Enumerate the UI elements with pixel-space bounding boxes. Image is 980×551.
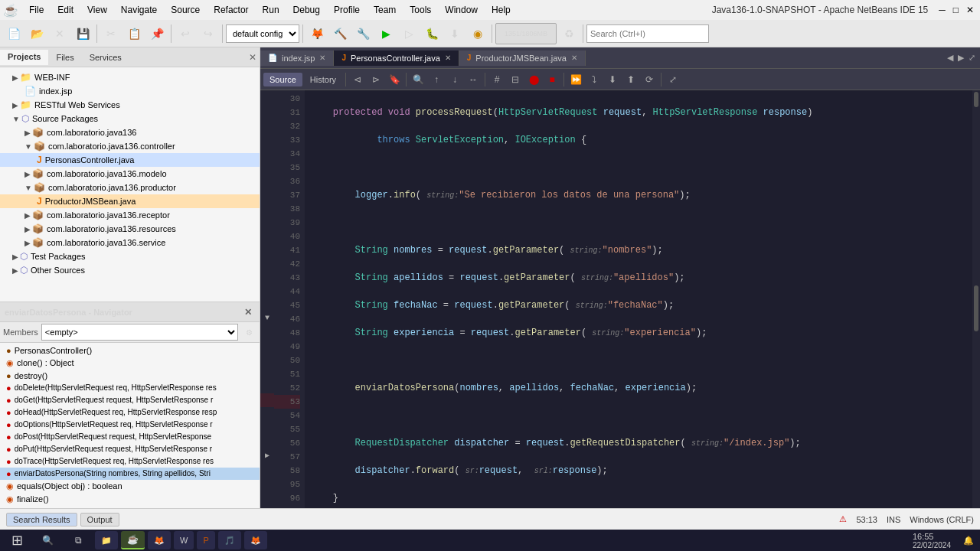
nav-item-dohead[interactable]: ● doHead(HttpServletRequest req, HttpSer… <box>0 406 260 419</box>
editor-tab-personascontroller[interactable]: J PersonasController.java ✕ <box>334 51 459 66</box>
memory-btn[interactable]: 1351/1806MB <box>495 23 557 44</box>
menu-run[interactable]: Run <box>256 3 286 17</box>
history-tab[interactable]: History <box>304 73 342 86</box>
tree-item-productorjmsbean[interactable]: J ProductorJMSBean.java <box>0 194 260 208</box>
run-button[interactable]: ▶ <box>375 23 397 44</box>
fold-marker-33[interactable] <box>260 132 274 145</box>
open-project-button[interactable]: 📂 <box>26 23 47 44</box>
nav-settings-button[interactable]: ⚙ <box>241 324 256 340</box>
run-file-button[interactable]: ▷ <box>398 23 420 44</box>
tree-item-source-packages[interactable]: ▼ ⬡ Source Packages <box>0 112 260 126</box>
find-button[interactable]: 🔍 <box>410 71 426 88</box>
search-button[interactable]: 🔍 <box>34 531 61 549</box>
members-filter-select[interactable]: <empty> <box>41 324 238 341</box>
nav-item-doget[interactable]: ● doGet(HttpServletRequest request, Http… <box>0 394 260 406</box>
tree-item-pkg-receptor[interactable]: ▶ 📦 com.laboratorio.java136.receptor <box>0 208 260 222</box>
nav-item-doput[interactable]: ● doPut(HttpServletRequest request, Http… <box>0 443 260 455</box>
services-tab[interactable]: Services <box>82 51 129 64</box>
files-tab[interactable]: Files <box>48 51 81 64</box>
menu-edit[interactable]: Edit <box>51 3 80 17</box>
redo-button[interactable]: ↪ <box>198 23 219 44</box>
maximize-button[interactable]: □ <box>950 5 962 15</box>
nav-item-dotrace[interactable]: ● doTrace(HttpServletRequest req, HttpSe… <box>0 455 260 468</box>
navigator-close-button[interactable]: ✕ <box>244 307 252 318</box>
menu-navigate[interactable]: Navigate <box>115 3 163 17</box>
editor-tab-productorjmsbean[interactable]: J ProductorJMSBean.java ✕ <box>459 51 586 66</box>
search-results-button[interactable]: Search Results <box>6 513 77 527</box>
tab-maximize[interactable]: ⤢ <box>967 53 977 63</box>
taskbar-firefox[interactable]: 🦊 <box>148 531 171 549</box>
menu-file[interactable]: File <box>23 3 50 17</box>
nav-item-dopost[interactable]: ● doPost(HttpServletRequest request, Htt… <box>0 431 260 443</box>
vertical-scrollbar[interactable] <box>972 90 980 508</box>
task-view-button[interactable]: ⧉ <box>64 531 92 549</box>
profile-button[interactable]: ◉ <box>467 23 488 44</box>
firefox-button[interactable]: 🦊 <box>306 23 328 44</box>
taskbar-app5[interactable]: 🎵 <box>218 531 241 549</box>
editor-tab-indexjsp[interactable]: 📄 index.jsp ✕ <box>260 51 334 66</box>
cut-button[interactable]: ✂ <box>100 23 122 44</box>
gc-button[interactable]: ♻ <box>558 23 580 44</box>
menu-tools[interactable]: Tools <box>403 3 437 17</box>
tree-item-pkg-136[interactable]: ▶ 📦 com.laboratorio.java136 <box>0 126 260 139</box>
menu-profile[interactable]: Profile <box>328 3 366 17</box>
taskbar-app6[interactable]: 🦊 <box>244 531 267 549</box>
menu-window[interactable]: Window <box>439 3 484 17</box>
nav-item-clone[interactable]: ◉ clone() : Object <box>0 357 260 370</box>
save-button[interactable]: 💾 <box>72 23 93 44</box>
taskbar-notifications[interactable]: 🔔 <box>960 536 977 546</box>
nav-item-constructor[interactable]: ● PersonasController() <box>0 344 260 357</box>
nav-item-destroy[interactable]: ● destroy() <box>0 370 260 382</box>
toggle-folds[interactable]: ⊟ <box>507 71 524 88</box>
tree-item-pkg-resources[interactable]: ▶ 📦 com.laboratorio.java136.resources <box>0 222 260 236</box>
nav-item-equals[interactable]: ◉ equals(Object obj) : boolean <box>0 480 260 493</box>
tree-item-pkg-modelo[interactable]: ▶ 📦 com.laboratorio.java136.modelo <box>0 167 260 181</box>
code-area[interactable]: ▼ ▶ 30 31 32 33 <box>260 90 980 508</box>
nav-item-dodelete[interactable]: ● doDelete(HttpServletRequest req, HttpS… <box>0 382 260 394</box>
toggle-bookmark[interactable]: 🔖 <box>386 71 403 88</box>
menu-help[interactable]: Help <box>485 3 517 17</box>
tree-item-pkg-controller[interactable]: ▼ 📦 com.laboratorio.java136.controller <box>0 139 260 153</box>
tab-scroll-right[interactable]: ▶ <box>956 53 965 63</box>
code-text[interactable]: protected void processRequest(HttpServle… <box>305 90 972 508</box>
menu-team[interactable]: Team <box>368 3 402 17</box>
tree-item-test-packages[interactable]: ▶ ⬡ Test Packages <box>0 249 260 263</box>
step-over[interactable]: ⤵ <box>586 71 603 88</box>
config-select[interactable]: default config <box>226 24 299 43</box>
copy-button[interactable]: 📋 <box>123 23 145 44</box>
clean-build-button[interactable]: 🔧 <box>352 23 374 44</box>
step-into[interactable]: ⬇ <box>604 71 621 88</box>
close-project-button[interactable]: ✕ <box>49 23 70 44</box>
find-prev[interactable]: ↑ <box>428 71 445 88</box>
tree-item-other-sources[interactable]: ▶ ⬡ Other Sources <box>0 263 260 277</box>
panel-close-button[interactable]: ✕ <box>249 52 256 63</box>
debug-stop[interactable]: ■ <box>544 71 560 88</box>
search-input[interactable] <box>586 24 709 43</box>
start-button[interactable]: ⊞ <box>3 531 31 549</box>
undo-button[interactable]: ↩ <box>175 23 196 44</box>
replace-button[interactable]: ↔ <box>465 71 482 88</box>
run-to-cursor[interactable]: ⏩ <box>567 71 584 88</box>
debug-breakpoint[interactable]: ⬤ <box>525 71 542 88</box>
projects-tab[interactable]: Projects <box>0 50 48 65</box>
paste-button[interactable]: 📌 <box>146 23 168 44</box>
debug-project-button[interactable]: ⬇ <box>444 23 466 44</box>
step-out[interactable]: ⬆ <box>622 71 639 88</box>
menu-debug[interactable]: Debug <box>287 3 326 17</box>
tab-close-indexjsp[interactable]: ✕ <box>319 54 325 62</box>
taskbar-word[interactable]: W <box>174 531 194 549</box>
find-next[interactable]: ↓ <box>446 71 463 88</box>
toggle-linenumbers[interactable]: # <box>488 71 505 88</box>
menu-source[interactable]: Source <box>165 3 206 17</box>
tab-scroll-left[interactable]: ◀ <box>946 53 955 63</box>
taskbar-file-explorer[interactable]: 📁 <box>95 531 118 549</box>
nav-item-enviardatospersona[interactable]: ● enviarDatosPersona(String nombres, Str… <box>0 468 260 480</box>
forward-button[interactable]: ⊳ <box>368 71 384 88</box>
tree-item-restful[interactable]: ▶ 📁 RESTful Web Services <box>0 98 260 112</box>
back-button[interactable]: ⊲ <box>349 71 366 88</box>
tree-item-pkg-service[interactable]: ▶ 📦 com.laboratorio.java136.service <box>0 236 260 249</box>
fold-marker-57[interactable]: ▶ <box>260 448 274 462</box>
source-tab[interactable]: Source <box>263 73 302 86</box>
menu-view[interactable]: View <box>81 3 113 17</box>
output-button[interactable]: Output <box>80 513 119 527</box>
